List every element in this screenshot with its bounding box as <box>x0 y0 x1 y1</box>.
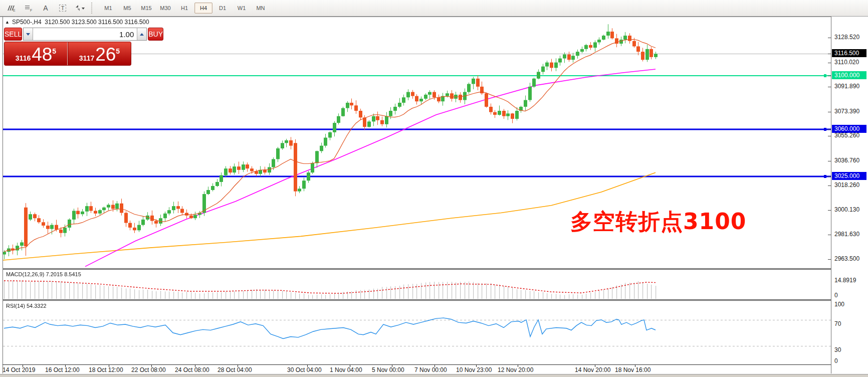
rsi-axis-label: 0 <box>834 357 838 365</box>
macd-indicator-label: MACD(12,26,9) 7.2015 8.5415 <box>6 271 81 277</box>
shapes-arrows-button[interactable] <box>72 2 87 15</box>
time-axis-label: 22 Oct 08:00 <box>131 366 166 373</box>
one-click-trading-panel: SELL BUY 3116 48 5 3117 26 5 <box>4 28 131 66</box>
macd-canvas[interactable] <box>3 270 831 299</box>
collapse-arrow-icon[interactable]: ▲ <box>5 20 10 25</box>
volume-decrease-button[interactable] <box>24 28 33 40</box>
macd-axis-label: 14.8919 <box>834 276 856 284</box>
price-axis-label: 3110.020 <box>834 58 859 66</box>
price-axis-label: 3036.760 <box>834 156 859 164</box>
boxed-t-icon: T <box>59 5 67 12</box>
time-axis-label: 24 Oct 08:00 <box>175 366 209 373</box>
rsi-axis-label: 30 <box>834 346 841 354</box>
price-axis-label: 3091.890 <box>834 82 859 90</box>
chart-annotation-text: 多空转折点3100 <box>570 207 746 237</box>
symbol-ohlc: 3120.500 3123.500 3116.500 3116.500 <box>45 19 149 26</box>
sell-price-small: 3116 <box>16 53 31 63</box>
time-axis-label: 1 Nov 04:00 <box>330 366 362 373</box>
time-axis-label: 5 Nov 00:00 <box>372 366 404 373</box>
charts-icon: E <box>7 4 16 12</box>
volume-increase-button[interactable] <box>137 28 146 40</box>
price-axis-label: 2963.500 <box>834 255 859 263</box>
macd-axis-label: 0 <box>834 291 838 299</box>
price-axis-label: 2981.630 <box>834 230 859 238</box>
timeframe-H1[interactable]: H1 <box>175 3 193 14</box>
letter-a-icon: A <box>43 4 48 12</box>
rsi-axis-label: 100 <box>834 300 844 308</box>
price-axis-label: 3073.390 <box>834 107 859 115</box>
timeframe-W1[interactable]: W1 <box>233 3 251 14</box>
rsi-canvas[interactable] <box>3 301 831 364</box>
trading-platform-window: E F A T M1M5M15M30H1H4D1W1MN <box>0 0 868 377</box>
svg-text:F: F <box>30 9 32 12</box>
price-axis-badge: 3116.500 <box>832 49 866 57</box>
time-axis-label: 30 Oct 04:00 <box>287 366 322 373</box>
timeframe-M5[interactable]: M5 <box>118 3 136 14</box>
price-axis-label: 3018.260 <box>834 181 859 189</box>
timeframe-group: M1M5M15M30H1H4D1W1MN <box>99 3 270 14</box>
time-axis-label: 14 Nov 20:00 <box>575 366 610 373</box>
time-axis-label: 18 Oct 12:00 <box>89 366 123 373</box>
time-axis[interactable]: 14 Oct 201916 Oct 12:0018 Oct 12:0022 Oc… <box>3 365 831 374</box>
price-axis-badge: 3100.000 <box>832 71 866 79</box>
volume-spinner <box>23 28 147 41</box>
toolbar: E F A T M1M5M15M30H1H4D1W1MN <box>0 0 868 17</box>
toolbar-separator <box>91 3 96 14</box>
timeframe-M1[interactable]: M1 <box>99 3 117 14</box>
price-axis-label: 3000.130 <box>834 206 859 214</box>
sell-price[interactable]: 3116 48 5 <box>5 42 68 65</box>
sell-button[interactable]: SELL <box>4 28 22 41</box>
trade-panel-prices: 3116 48 5 3117 26 5 <box>4 42 131 66</box>
chevron-down-icon <box>26 33 30 36</box>
timeframe-M15[interactable]: M15 <box>137 3 155 14</box>
grid-icon: F <box>24 4 33 12</box>
time-axis-label: 16 Oct 12:00 <box>45 366 80 373</box>
svg-text:E: E <box>13 9 16 12</box>
volume-input[interactable] <box>33 28 137 40</box>
text-annotation-button[interactable]: A <box>38 2 53 15</box>
arrows-icon <box>74 4 85 12</box>
time-axis-label: 14 Oct 2019 <box>3 366 35 373</box>
buy-button[interactable]: BUY <box>148 28 163 41</box>
buy-price[interactable]: 3117 26 5 <box>68 42 131 65</box>
time-axis-label: 12 Nov 20:00 <box>498 366 533 373</box>
price-axis[interactable]: 3128.5203116.5003110.0203100.0003091.890… <box>831 17 868 373</box>
timeframe-D1[interactable]: D1 <box>213 3 232 14</box>
symbol-name: SP500-,H4 <box>12 19 42 26</box>
buy-price-small: 3117 <box>79 53 94 63</box>
chevron-up-icon <box>140 33 144 36</box>
time-axis-label: 7 Nov 00:00 <box>414 366 447 373</box>
price-axis-label: 3128.520 <box>834 33 859 41</box>
time-axis-label: 28 Oct 04:00 <box>218 366 252 373</box>
timeframe-H4[interactable]: H4 <box>194 3 212 14</box>
sell-price-sup: 5 <box>52 47 56 55</box>
timeframe-MN[interactable]: MN <box>252 3 270 14</box>
indicator-charts-icon[interactable]: E <box>4 2 19 15</box>
text-box-button[interactable]: T <box>55 2 70 15</box>
trade-panel-controls: SELL BUY <box>4 28 131 41</box>
time-axis-label: 10 Nov 23:00 <box>456 366 492 373</box>
time-axis-label: 18 Nov 16:00 <box>615 366 650 373</box>
sell-price-big: 48 <box>32 46 52 63</box>
rsi-indicator-label: RSI(14) 54.3322 <box>6 303 47 309</box>
symbol-header: ▲SP500-,H4 3120.500 3123.500 3116.500 31… <box>5 19 149 26</box>
price-axis-label: 3055.260 <box>834 131 859 139</box>
window-bottom-strip <box>0 374 868 377</box>
timeframe-M30[interactable]: M30 <box>156 3 174 14</box>
chart-window: ▲SP500-,H4 3120.500 3123.500 3116.500 31… <box>0 17 868 377</box>
buy-price-big: 26 <box>95 46 116 63</box>
grid-template-icon[interactable]: F <box>21 2 36 15</box>
rsi-axis-label: 70 <box>834 320 841 328</box>
price-axis-badge: 3025.000 <box>832 172 866 180</box>
buy-price-sup: 5 <box>116 47 120 55</box>
